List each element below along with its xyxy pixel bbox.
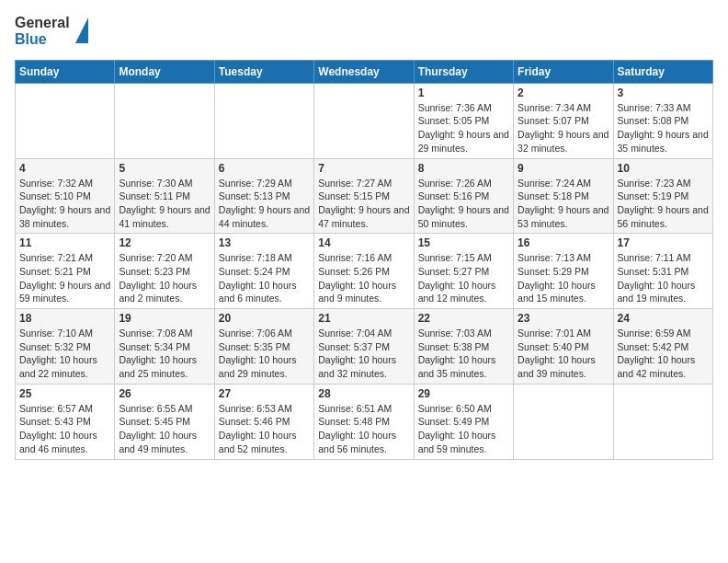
day-number: 6 (219, 162, 310, 175)
calendar-cell: 14Sunrise: 7:16 AM Sunset: 5:26 PM Dayli… (314, 234, 414, 309)
day-info: Sunrise: 7:11 AM Sunset: 5:31 PM Dayligh… (618, 251, 709, 305)
day-info: Sunrise: 7:18 AM Sunset: 5:24 PM Dayligh… (219, 251, 310, 305)
day-number: 7 (318, 162, 409, 175)
week-row-1: 1Sunrise: 7:36 AM Sunset: 5:05 PM Daylig… (16, 83, 713, 158)
calendar-cell: 7Sunrise: 7:27 AM Sunset: 5:15 PM Daylig… (314, 158, 414, 234)
calendar-cell (115, 83, 214, 158)
day-info: Sunrise: 7:36 AM Sunset: 5:05 PM Dayligh… (418, 101, 509, 155)
calendar-cell: 28Sunrise: 6:51 AM Sunset: 5:48 PM Dayli… (314, 384, 414, 459)
calendar-cell (514, 384, 613, 459)
calendar-cell: 8Sunrise: 7:26 AM Sunset: 5:16 PM Daylig… (414, 158, 513, 234)
day-info: Sunrise: 7:08 AM Sunset: 5:34 PM Dayligh… (119, 327, 210, 381)
day-info: Sunrise: 7:13 AM Sunset: 5:29 PM Dayligh… (518, 251, 609, 305)
day-info: Sunrise: 7:20 AM Sunset: 5:23 PM Dayligh… (119, 251, 210, 305)
day-info: Sunrise: 7:06 AM Sunset: 5:35 PM Dayligh… (219, 327, 310, 381)
calendar-cell: 25Sunrise: 6:57 AM Sunset: 5:43 PM Dayli… (16, 384, 115, 459)
calendar-cell: 11Sunrise: 7:21 AM Sunset: 5:21 PM Dayli… (16, 234, 115, 309)
calendar-cell (314, 83, 414, 158)
day-number: 20 (219, 312, 310, 325)
day-number: 16 (518, 236, 609, 249)
day-number: 25 (19, 387, 110, 400)
calendar-cell (613, 384, 712, 459)
day-number: 4 (19, 162, 110, 175)
day-info: Sunrise: 6:50 AM Sunset: 5:49 PM Dayligh… (418, 402, 509, 456)
day-info: Sunrise: 7:01 AM Sunset: 5:40 PM Dayligh… (518, 327, 609, 381)
day-number: 18 (19, 312, 110, 325)
calendar-cell: 24Sunrise: 6:59 AM Sunset: 5:42 PM Dayli… (613, 309, 712, 385)
weekday-header-wednesday: Wednesday (314, 60, 414, 83)
day-info: Sunrise: 7:21 AM Sunset: 5:21 PM Dayligh… (19, 251, 110, 305)
weekday-header-saturday: Saturday (613, 60, 712, 83)
week-row-3: 11Sunrise: 7:21 AM Sunset: 5:21 PM Dayli… (16, 234, 713, 309)
calendar-cell: 23Sunrise: 7:01 AM Sunset: 5:40 PM Dayli… (514, 309, 613, 385)
weekday-header-monday: Monday (115, 60, 214, 83)
calendar-cell: 9Sunrise: 7:24 AM Sunset: 5:18 PM Daylig… (514, 158, 613, 234)
calendar-cell: 4Sunrise: 7:32 AM Sunset: 5:10 PM Daylig… (16, 158, 115, 234)
day-number: 26 (119, 387, 210, 400)
day-info: Sunrise: 6:59 AM Sunset: 5:42 PM Dayligh… (618, 327, 709, 381)
day-info: Sunrise: 7:26 AM Sunset: 5:16 PM Dayligh… (418, 177, 509, 231)
weekday-header-friday: Friday (514, 60, 613, 83)
day-number: 28 (318, 387, 409, 400)
day-number: 15 (418, 236, 509, 249)
day-info: Sunrise: 7:30 AM Sunset: 5:11 PM Dayligh… (119, 177, 210, 231)
weekday-header-thursday: Thursday (414, 60, 513, 83)
day-info: Sunrise: 7:10 AM Sunset: 5:32 PM Dayligh… (19, 327, 110, 381)
day-info: Sunrise: 7:33 AM Sunset: 5:08 PM Dayligh… (618, 101, 709, 155)
week-row-2: 4Sunrise: 7:32 AM Sunset: 5:10 PM Daylig… (16, 158, 713, 234)
day-info: Sunrise: 6:57 AM Sunset: 5:43 PM Dayligh… (19, 402, 110, 456)
day-info: Sunrise: 6:53 AM Sunset: 5:46 PM Dayligh… (219, 402, 310, 456)
day-info: Sunrise: 7:29 AM Sunset: 5:13 PM Dayligh… (219, 177, 310, 231)
weekday-header-row: SundayMondayTuesdayWednesdayThursdayFrid… (16, 60, 713, 83)
calendar-cell: 17Sunrise: 7:11 AM Sunset: 5:31 PM Dayli… (613, 234, 712, 309)
day-number: 12 (119, 236, 210, 249)
day-info: Sunrise: 7:16 AM Sunset: 5:26 PM Dayligh… (318, 251, 409, 305)
calendar-cell: 27Sunrise: 6:53 AM Sunset: 5:46 PM Dayli… (214, 384, 313, 459)
calendar-cell: 5Sunrise: 7:30 AM Sunset: 5:11 PM Daylig… (115, 158, 214, 234)
weekday-header-tuesday: Tuesday (214, 60, 313, 83)
day-number: 24 (618, 312, 709, 325)
day-number: 5 (119, 162, 210, 175)
day-number: 22 (418, 312, 509, 325)
logo-triangle-icon (75, 17, 88, 43)
day-info: Sunrise: 7:27 AM Sunset: 5:15 PM Dayligh… (318, 177, 409, 231)
calendar-cell: 26Sunrise: 6:55 AM Sunset: 5:45 PM Dayli… (115, 384, 214, 459)
day-info: Sunrise: 7:32 AM Sunset: 5:10 PM Dayligh… (19, 177, 110, 231)
calendar-cell: 22Sunrise: 7:03 AM Sunset: 5:38 PM Dayli… (414, 309, 513, 385)
day-info: Sunrise: 6:51 AM Sunset: 5:48 PM Dayligh… (318, 402, 409, 456)
day-info: Sunrise: 7:03 AM Sunset: 5:38 PM Dayligh… (418, 327, 509, 381)
page-header: General Blue (15, 15, 713, 49)
day-number: 2 (518, 86, 609, 99)
calendar-cell: 1Sunrise: 7:36 AM Sunset: 5:05 PM Daylig… (414, 83, 513, 158)
day-number: 11 (19, 236, 110, 249)
day-info: Sunrise: 7:23 AM Sunset: 5:19 PM Dayligh… (618, 177, 709, 231)
day-number: 1 (418, 86, 509, 99)
week-row-5: 25Sunrise: 6:57 AM Sunset: 5:43 PM Dayli… (16, 384, 713, 459)
calendar-cell: 16Sunrise: 7:13 AM Sunset: 5:29 PM Dayli… (514, 234, 613, 309)
calendar-cell: 19Sunrise: 7:08 AM Sunset: 5:34 PM Dayli… (115, 309, 214, 385)
day-number: 21 (318, 312, 409, 325)
day-info: Sunrise: 7:15 AM Sunset: 5:27 PM Dayligh… (418, 251, 509, 305)
week-row-4: 18Sunrise: 7:10 AM Sunset: 5:32 PM Dayli… (16, 309, 713, 385)
logo: General Blue (15, 15, 88, 49)
day-number: 13 (219, 236, 310, 249)
day-number: 3 (618, 86, 709, 99)
day-info: Sunrise: 6:55 AM Sunset: 5:45 PM Dayligh… (119, 402, 210, 456)
day-number: 19 (119, 312, 210, 325)
logo-wrapper: General Blue (15, 15, 88, 49)
calendar-cell (16, 83, 115, 158)
day-number: 8 (418, 162, 509, 175)
day-info: Sunrise: 7:24 AM Sunset: 5:18 PM Dayligh… (518, 177, 609, 231)
logo-blue-text: Blue (15, 31, 47, 48)
day-number: 27 (219, 387, 310, 400)
day-number: 23 (518, 312, 609, 325)
day-number: 10 (618, 162, 709, 175)
calendar-cell: 3Sunrise: 7:33 AM Sunset: 5:08 PM Daylig… (613, 83, 712, 158)
calendar-table: SundayMondayTuesdayWednesdayThursdayFrid… (15, 60, 713, 460)
calendar-cell: 15Sunrise: 7:15 AM Sunset: 5:27 PM Dayli… (414, 234, 513, 309)
day-number: 9 (518, 162, 609, 175)
day-number: 29 (418, 387, 509, 400)
calendar-cell: 10Sunrise: 7:23 AM Sunset: 5:19 PM Dayli… (613, 158, 712, 234)
calendar-cell: 18Sunrise: 7:10 AM Sunset: 5:32 PM Dayli… (16, 309, 115, 385)
calendar-cell: 12Sunrise: 7:20 AM Sunset: 5:23 PM Dayli… (115, 234, 214, 309)
